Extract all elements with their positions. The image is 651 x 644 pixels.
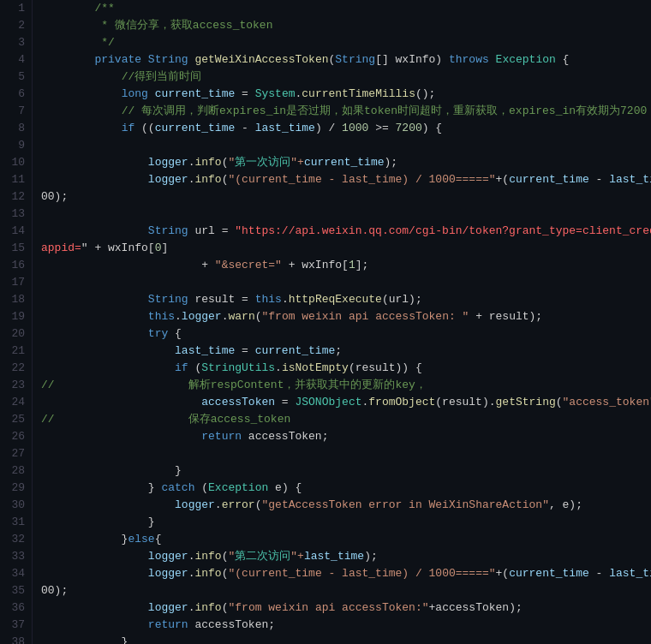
code-token <box>41 396 201 408</box>
code-token: 1 <box>349 259 355 271</box>
code-line: logger.info("第二次访问"+last_time); <box>41 548 651 565</box>
line-number: 27 <box>7 445 25 462</box>
code-line: private String getWeiXinAccessToken(Stri… <box>41 51 651 69</box>
line-number: 24 <box>7 394 25 411</box>
code-token: (result)) { <box>349 361 422 374</box>
code-token: +( <box>496 567 510 580</box>
code-token: 解析respContent，并获取其中的更新的key， <box>188 379 427 391</box>
line-number: 11 <box>7 171 25 188</box>
code-token: "(current_time - last_time) / 1000=====" <box>228 173 495 186</box>
code-token <box>41 156 148 169</box>
code-token <box>41 104 122 117</box>
code-token: "+ <box>290 156 304 169</box>
code-token: /** <box>41 2 115 15</box>
code-token: logger <box>148 601 188 614</box>
line-number: 22 <box>7 360 25 377</box>
line-number: 37 <box>7 617 25 634</box>
code-token <box>41 87 122 100</box>
code-token: ( <box>255 310 262 323</box>
code-token <box>41 224 148 237</box>
code-token: warn <box>228 310 254 323</box>
code-token <box>41 430 201 443</box>
code-token: else <box>128 533 154 546</box>
code-token: 7200 <box>396 122 422 134</box>
code-token: String <box>148 53 188 66</box>
code-line: }else{ <box>41 531 651 548</box>
code-token <box>41 550 148 563</box>
line-number: 15 <box>7 240 25 257</box>
code-token: logger <box>148 550 188 563</box>
code-line: if ((current_time - last_time) / 1000 >=… <box>41 120 651 137</box>
code-token: ( <box>188 361 202 374</box>
code-line: logger.info("(current_time - last_time) … <box>41 565 651 582</box>
code-token <box>489 53 496 66</box>
line-number: 36 <box>7 599 25 617</box>
code-token: accessToken; <box>242 430 328 443</box>
line-number: 20 <box>7 325 25 343</box>
line-number: 30 <box>7 497 25 514</box>
line-number: 1 <box>7 0 25 17</box>
code-token: ); <box>385 156 398 169</box>
line-number: 25 <box>7 411 25 428</box>
code-token <box>41 70 122 83</box>
code-token: current_time <box>155 87 236 100</box>
code-token <box>41 601 148 614</box>
code-token: 1000 <box>342 122 368 134</box>
code-line: + "&secret=" + wxInfo[1]; <box>41 257 651 274</box>
code-token: +accessToken); <box>429 601 523 614</box>
code-line: logger.info("(current_time - last_time) … <box>41 171 651 188</box>
line-number: 38 <box>7 634 25 644</box>
code-token: logger <box>148 156 188 169</box>
code-line: } <box>41 462 651 480</box>
code-token: // <box>41 413 188 426</box>
code-token: catch <box>161 481 194 494</box>
line-number: 16 <box>7 257 25 274</box>
code-token: error <box>222 498 255 511</box>
code-line: /** <box>41 0 651 17</box>
line-number: 13 <box>7 206 25 223</box>
code-token: info <box>194 567 221 580</box>
code-token: { <box>556 53 570 66</box>
code-token: appid= <box>41 242 81 254</box>
code-token: String <box>148 224 188 237</box>
code-token: info <box>194 601 221 614</box>
line-number: 18 <box>7 291 25 308</box>
line-number: 17 <box>7 274 25 291</box>
code-token: last_time <box>255 122 315 134</box>
code-token: result = <box>188 293 255 306</box>
code-token: if <box>175 361 188 374</box>
code-token: 保存access_token <box>188 413 291 426</box>
line-number: 32 <box>7 531 25 548</box>
code-token: fromObject <box>368 396 435 408</box>
code-token: last_time <box>609 567 651 580</box>
code-token: // <box>41 379 188 391</box>
line-number: 26 <box>7 428 25 445</box>
line-number: 23 <box>7 377 25 394</box>
code-token: accessToken <box>201 396 275 408</box>
code-token: - <box>589 173 609 186</box>
code-token: return <box>148 618 188 631</box>
code-token: current_time <box>255 344 336 357</box>
code-token: . <box>175 310 182 323</box>
code-token: (url); <box>382 293 422 306</box>
code-token: (result). <box>435 396 495 408</box>
code-line: String url = "https://api.weixin.qq.com/… <box>41 223 651 240</box>
code-token: ) { <box>422 122 442 134</box>
code-token: 00); <box>41 190 68 203</box>
line-number: 31 <box>7 514 25 531</box>
line-number: 14 <box>7 223 25 240</box>
code-token: if <box>122 122 135 134</box>
code-token: access_token <box>193 19 273 32</box>
code-token: JSONObject <box>295 396 361 408</box>
line-number: 10 <box>7 154 25 171</box>
line-number: 33 <box>7 548 25 565</box>
code-token: { <box>155 533 162 546</box>
code-token: 微信分享，获取 <box>115 19 193 32</box>
code-token: this <box>255 293 282 306</box>
code-token: - <box>235 122 254 134</box>
code-token: "from weixin api accessToken: " <box>262 310 469 323</box>
code-token: [] wxInfo) <box>375 53 449 66</box>
code-line <box>41 206 651 223</box>
code-token <box>41 567 148 580</box>
code-token: */ <box>41 36 115 49</box>
